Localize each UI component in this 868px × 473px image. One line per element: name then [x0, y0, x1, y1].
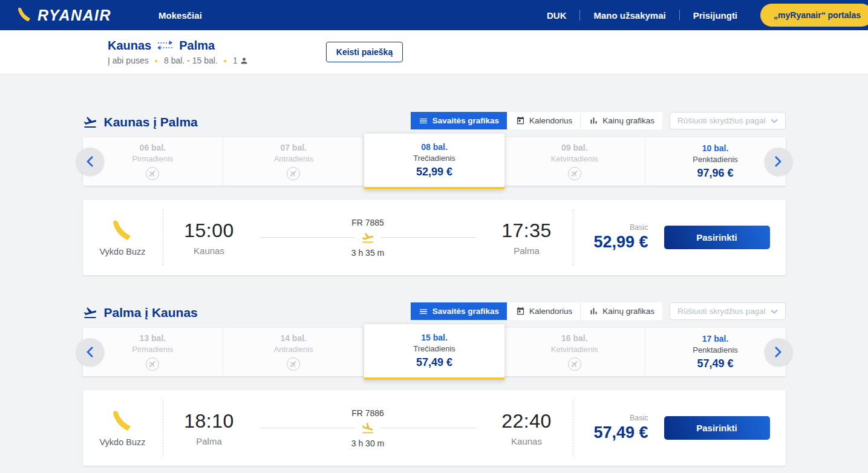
- flight-duration: 3 h 30 m: [351, 439, 384, 448]
- flight-duration: 3 h 35 m: [351, 248, 384, 258]
- route-block: FR 7886 3 h 30 m: [255, 408, 481, 448]
- separator-dot: •: [224, 56, 227, 66]
- date-cell[interactable]: 09 bal. Ketvirtadienis: [504, 137, 645, 186]
- tab-calendar-view[interactable]: Kalendorius: [508, 112, 580, 129]
- chevron-down-icon: [771, 119, 778, 123]
- operator-name: Vykdo Buzz: [99, 437, 145, 447]
- departure-city: Palma: [196, 436, 222, 446]
- date-range-label: 8 bal. - 15 bal.: [164, 56, 218, 65]
- fare-name: Basic: [630, 223, 648, 232]
- departure-city: Kaunas: [194, 246, 224, 256]
- date-cell[interactable]: 16 bal. Ketvirtadienis: [504, 328, 645, 376]
- date-cell[interactable]: 14 bal. Antradienis: [223, 328, 364, 376]
- ryanair-logo[interactable]: RYANAIR: [16, 7, 111, 24]
- carousel-next-button[interactable]: [765, 148, 792, 175]
- date-price: 57,49 €: [697, 357, 734, 370]
- navbar-right: DUK Mano užsakymai Prisijungti „myRyanai…: [534, 4, 852, 27]
- date-cell[interactable]: 07 bal. Antradienis: [223, 137, 364, 186]
- calendar-icon: [516, 307, 525, 316]
- arrival-time: 17:35: [501, 220, 552, 242]
- route-summary: Kaunas Palma Į abi puses • 8 bal. - 15 b…: [108, 39, 249, 66]
- fare-name: Basic: [630, 414, 648, 422]
- sort-flights-dropdown[interactable]: Rūšiuoti skrydžius pagal: [670, 112, 786, 129]
- chevron-right-icon: [774, 155, 782, 168]
- view-tabs: Savaitės grafikas Kalendorius Kainų graf…: [411, 112, 786, 129]
- route-line: [260, 231, 476, 244]
- tab-calendar-view[interactable]: Kalendorius: [508, 302, 580, 320]
- no-flight-icon: [568, 357, 581, 371]
- origin-city: Kaunas: [108, 39, 151, 53]
- route-block: FR 7885 3 h 35 m: [255, 218, 481, 258]
- flight-takeoff-icon: [83, 115, 97, 129]
- tab-week-view[interactable]: Savaitės grafikas: [411, 112, 507, 129]
- operator-name: Vykdo Buzz: [99, 247, 145, 256]
- arrival-time: 22:40: [501, 410, 552, 432]
- date-cell-selected[interactable]: 15 bal. Trečiadienis 57,49 €: [364, 324, 504, 380]
- calendar-icon: [516, 116, 525, 125]
- passenger-count: 1: [233, 56, 238, 65]
- return-date-carousel: 13 bal. Pirmadienis 14 bal. Antradienis …: [83, 328, 786, 376]
- fare-block: Basic 52,99 €: [573, 223, 664, 252]
- carousel-next-button[interactable]: [765, 338, 792, 366]
- flight-land-icon: [361, 422, 374, 435]
- departure-time: 18:10: [184, 410, 234, 432]
- chevron-down-icon: [771, 309, 778, 314]
- flight-takeoff-icon: [361, 231, 374, 244]
- destination-city: Palma: [179, 39, 215, 53]
- view-tabs: Savaitės grafikas Kalendorius Kainų graf…: [411, 302, 786, 320]
- outbound-date-carousel: 06 bal. Pirmadienis 07 bal. Antradienis …: [83, 137, 786, 186]
- arrival-block: 17:35 Palma: [481, 220, 573, 256]
- operator-block: Vykdo Buzz: [83, 409, 163, 447]
- select-flight-button[interactable]: Pasirinkti: [664, 226, 770, 249]
- outbound-flight-card: Vykdo Buzz 15:00 Kaunas FR 7885 3 h 35 m: [83, 200, 786, 275]
- results-main: Kaunas į Palma Savaitės grafikas Kalendo…: [83, 74, 786, 466]
- return-title: Palma į Kaunas: [83, 305, 198, 320]
- edit-search-button[interactable]: Keisti paiešką: [326, 42, 403, 62]
- date-cell-selected[interactable]: 08 bal. Trečiadienis 52,99 €: [364, 134, 504, 189]
- arrival-city: Palma: [514, 246, 540, 256]
- sort-flights-dropdown[interactable]: Rūšiuoti skrydžius pagal: [670, 302, 786, 320]
- flight-number: FR 7885: [351, 218, 384, 227]
- route-title: Kaunas Palma: [108, 39, 249, 53]
- flight-takeoff-icon: [83, 305, 97, 320]
- no-flight-icon: [146, 357, 159, 371]
- top-navbar: RYANAIR Mokesčiai DUK Mano užsakymai Pri…: [0, 0, 868, 30]
- return-flight-card: Vykdo Buzz 18:10 Palma FR 7886 3 h 30 m: [83, 390, 786, 466]
- buzz-harp-logo: [110, 219, 135, 243]
- nav-item-login[interactable]: Prisijungti: [680, 10, 751, 21]
- arrival-city: Kaunas: [511, 436, 542, 446]
- departure-block: 15:00 Kaunas: [163, 220, 255, 256]
- bar-chart-icon: [589, 116, 598, 125]
- select-flight-button[interactable]: Pasirinkti: [664, 416, 770, 440]
- list-icon: [419, 307, 428, 316]
- date-price: 57,49 €: [416, 356, 452, 369]
- carousel-prev-button[interactable]: [76, 148, 104, 175]
- chevron-left-icon: [86, 155, 94, 168]
- myryanair-portal-button[interactable]: „myRyanair“ portalas: [760, 4, 868, 27]
- tab-week-view[interactable]: Savaitės grafikas: [411, 302, 507, 320]
- tab-price-chart-view[interactable]: Kainų grafikas: [581, 302, 662, 320]
- outbound-title: Kaunas į Palma: [83, 115, 198, 129]
- flight-number: FR 7886: [351, 408, 384, 418]
- departure-block: 18:10 Palma: [163, 410, 255, 446]
- list-icon: [419, 116, 428, 126]
- route-line: [260, 422, 476, 435]
- return-title-text: Palma į Kaunas: [104, 305, 198, 320]
- trip-type-label: Į abi puses: [108, 56, 149, 65]
- nav-item-my-bookings[interactable]: Mano užsakymai: [580, 10, 679, 21]
- trip-details: Į abi puses • 8 bal. - 15 bal. • 1: [108, 56, 249, 66]
- operator-block: Vykdo Buzz: [83, 219, 163, 256]
- date-price: 97,96 €: [697, 167, 734, 180]
- carousel-prev-button[interactable]: [76, 338, 104, 366]
- fare-price: 57,49 €: [593, 423, 648, 442]
- bar-chart-icon: [589, 307, 598, 316]
- nav-item-taxes[interactable]: Mokesčiai: [158, 10, 202, 21]
- chevron-right-icon: [774, 346, 782, 358]
- tab-price-chart-view[interactable]: Kainų grafikas: [581, 112, 662, 129]
- separator-dot: •: [155, 56, 158, 66]
- passenger-summary: 1: [233, 56, 249, 65]
- person-icon: [240, 56, 249, 65]
- two-way-arrows-icon: [157, 41, 173, 50]
- nav-item-faq[interactable]: DUK: [534, 10, 580, 21]
- brand-text: RYANAIR: [38, 7, 111, 24]
